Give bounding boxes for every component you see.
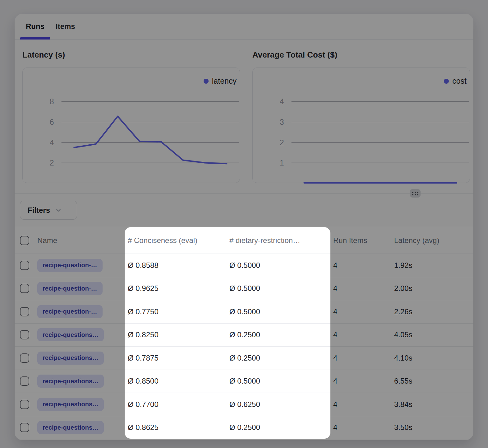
table-row[interactable]: recipe-questions… Ø 0.7700 Ø 0.6250 4 3.… <box>15 393 473 416</box>
dietary-value: Ø 0.2500 <box>227 416 330 439</box>
table-row[interactable]: recipe-questions… Ø 0.8625 Ø 0.2500 4 3.… <box>15 416 473 439</box>
dietary-value: Ø 0.5000 <box>227 277 330 300</box>
dietary-value: Ø 0.5000 <box>227 370 330 393</box>
run-items-value: 4 <box>330 254 384 277</box>
run-name-badge[interactable]: recipe-questions… <box>37 398 104 411</box>
y-axis-tick: 6 <box>50 118 54 126</box>
conciseness-value: Ø 0.7875 <box>125 347 227 370</box>
run-name-badge[interactable]: recipe-questions… <box>37 375 104 388</box>
column-header-latency-avg[interactable]: Latency (avg) <box>384 227 473 254</box>
filters-button[interactable]: Filters <box>20 201 77 220</box>
latency-value: 3.84s <box>384 393 473 416</box>
y-axis-tick: 1 <box>280 158 284 167</box>
cost-chart: 1234 <box>253 68 470 183</box>
run-name-badge[interactable]: recipe-questions… <box>37 328 104 341</box>
tab-items[interactable]: Items <box>50 14 81 39</box>
latency-legend: latency <box>204 77 237 86</box>
table-row[interactable]: recipe-question-… Ø 0.7750 Ø 0.5000 4 2.… <box>15 300 473 323</box>
series-line-latency <box>74 116 227 164</box>
legend-label: cost <box>452 77 467 86</box>
run-items-value: 4 <box>330 277 384 300</box>
legend-label: latency <box>212 77 237 86</box>
row-checkbox[interactable] <box>20 284 29 293</box>
column-header-run-items[interactable]: Run Items <box>330 227 384 254</box>
dietary-value: Ø 0.5000 <box>227 300 330 323</box>
y-axis-tick: 4 <box>50 138 54 147</box>
run-items-value: 4 <box>330 347 384 370</box>
latency-value: 4.10s <box>384 347 473 370</box>
select-all-checkbox[interactable] <box>20 236 29 245</box>
cost-legend: cost <box>444 77 467 86</box>
table-row[interactable]: recipe-questions… Ø 0.7875 Ø 0.2500 4 4.… <box>15 346 473 370</box>
dietary-value: Ø 0.5000 <box>227 254 330 277</box>
cost-chart-title: Average Total Cost ($) <box>252 50 337 60</box>
chevron-down-icon <box>55 207 62 214</box>
dietary-value: Ø 0.2500 <box>227 324 330 347</box>
dietary-value: Ø 0.6250 <box>227 393 330 416</box>
column-header-conciseness[interactable]: # Conciseness (eval) <box>125 227 227 254</box>
run-name-badge[interactable]: recipe-question-… <box>37 259 103 272</box>
table-row[interactable]: recipe-question-… Ø 0.8588 Ø 0.5000 4 1.… <box>15 254 473 277</box>
legend-dot-icon <box>204 79 209 84</box>
latency-value: 3.50s <box>384 416 473 439</box>
tab-runs[interactable]: Runs <box>20 14 50 39</box>
table-row[interactable]: recipe-questions… Ø 0.8250 Ø 0.2500 4 4.… <box>15 323 473 347</box>
conciseness-value: Ø 0.8500 <box>125 370 227 393</box>
conciseness-value: Ø 0.7700 <box>125 393 227 416</box>
runs-panel: Runs Items Latency (s) Average Total Cos… <box>15 14 473 440</box>
row-checkbox[interactable] <box>20 353 29 363</box>
drag-handle-icon[interactable] <box>410 189 421 198</box>
run-items-value: 4 <box>330 300 384 323</box>
conciseness-value: Ø 0.8588 <box>125 254 227 277</box>
filters-button-label: Filters <box>28 206 50 215</box>
y-axis-tick: 8 <box>50 97 54 106</box>
column-header-name[interactable]: Name <box>34 227 125 254</box>
table-header-row: Name # Conciseness (eval) # dietary-rest… <box>15 227 473 254</box>
run-items-value: 4 <box>330 370 384 393</box>
conciseness-value: Ø 0.7750 <box>125 300 227 323</box>
row-checkbox[interactable] <box>20 307 29 316</box>
runs-table: Name # Conciseness (eval) # dietary-rest… <box>15 227 473 440</box>
row-checkbox[interactable] <box>20 400 29 409</box>
legend-dot-icon <box>444 79 449 84</box>
latency-value: 4.05s <box>384 324 473 347</box>
tab-bar: Runs Items <box>15 14 473 40</box>
y-axis-tick: 4 <box>280 97 284 106</box>
run-items-value: 4 <box>330 393 384 416</box>
latency-value: 2.26s <box>384 300 473 323</box>
y-axis-tick: 2 <box>50 158 54 167</box>
dietary-value: Ø 0.2500 <box>227 347 330 370</box>
table-row[interactable]: recipe-question-… Ø 0.9625 Ø 0.5000 4 2.… <box>15 277 473 300</box>
y-axis-tick: 3 <box>280 118 284 126</box>
run-items-value: 4 <box>330 416 384 439</box>
latency-value: 1.92s <box>384 254 473 277</box>
run-name-badge[interactable]: recipe-question-… <box>37 282 103 295</box>
row-checkbox[interactable] <box>20 376 29 386</box>
row-checkbox[interactable] <box>20 261 29 270</box>
table-row[interactable]: recipe-questions… Ø 0.8500 Ø 0.5000 4 6.… <box>15 370 473 393</box>
run-name-badge[interactable]: recipe-questions… <box>37 421 104 434</box>
run-name-badge[interactable]: recipe-questions… <box>37 352 104 365</box>
latency-value: 2.00s <box>384 277 473 300</box>
cost-chart-card: 1234 cost <box>252 68 470 183</box>
conciseness-value: Ø 0.8250 <box>125 324 227 347</box>
conciseness-value: Ø 0.9625 <box>125 277 227 300</box>
column-header-dietary[interactable]: # dietary-restriction… <box>227 227 330 254</box>
latency-chart-card: 2468 latency <box>22 68 240 183</box>
latency-chart-title: Latency (s) <box>22 50 65 60</box>
tab-runs-label: Runs <box>26 22 44 31</box>
conciseness-value: Ø 0.8625 <box>125 416 227 439</box>
row-checkbox[interactable] <box>20 423 29 432</box>
tab-items-label: Items <box>56 22 75 31</box>
y-axis-tick: 2 <box>280 138 284 147</box>
page-background: Runs Items Latency (s) Average Total Cos… <box>0 0 488 448</box>
section-divider <box>15 194 473 194</box>
latency-value: 6.55s <box>384 370 473 393</box>
run-name-badge[interactable]: recipe-question-… <box>37 305 103 318</box>
run-items-value: 4 <box>330 324 384 347</box>
row-checkbox[interactable] <box>20 330 29 339</box>
